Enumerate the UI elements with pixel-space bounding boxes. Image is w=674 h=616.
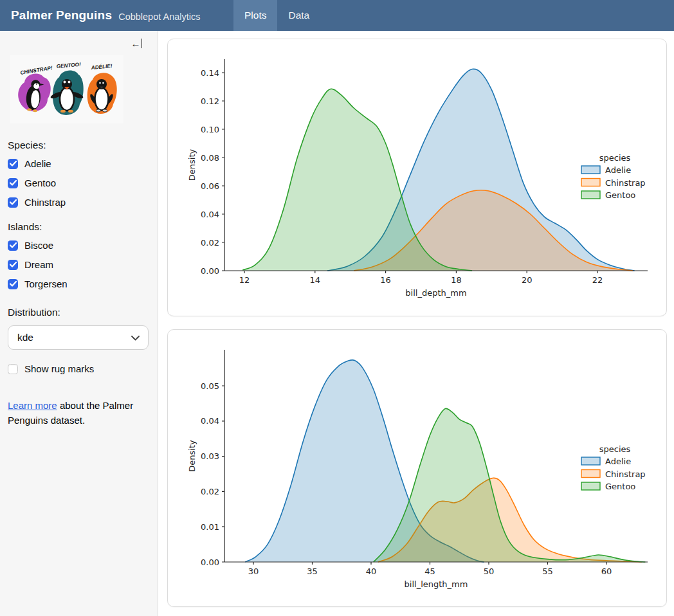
svg-text:0.08: 0.08 [201,153,219,163]
checkbox-checked-icon [8,260,18,270]
density-plot-bill-depth-mm: 1214161820220.000.020.040.060.080.100.12… [168,39,666,316]
svg-text:0.00: 0.00 [201,266,219,276]
y-axis-label: Density [187,440,197,472]
checkbox-torgersen[interactable]: Torgersen [8,278,149,289]
svg-text:14: 14 [310,275,321,285]
app-brand: Palmer Penguins Cobblepot Analytics [0,0,233,31]
distribution-selected-value: kde [17,332,33,343]
legend-title: species [599,153,631,163]
svg-text:0.02: 0.02 [201,487,219,496]
x-axis-label: bill_depth_mm [405,288,466,298]
checkbox-checked-icon [8,240,18,251]
legend-title: species [599,444,631,454]
svg-text:18: 18 [451,275,462,285]
svg-text:20: 20 [522,275,533,285]
svg-text:50: 50 [484,566,495,576]
learn-more-link[interactable]: Learn more [8,400,57,411]
checkbox-dream[interactable]: Dream [8,259,149,270]
species-section-label: Species: [8,140,149,151]
legend-entry: Adelie [605,457,631,466]
app-title: Palmer Penguins [11,8,112,23]
distribution-select[interactable]: kde [8,325,149,350]
svg-text:45: 45 [424,566,435,576]
svg-text:0.03: 0.03 [201,451,219,461]
svg-text:40: 40 [366,566,377,576]
svg-text:0.06: 0.06 [201,181,219,191]
svg-text:0.10: 0.10 [201,125,219,134]
svg-text:0.04: 0.04 [201,210,219,219]
svg-text:16: 16 [380,275,391,285]
dataset-note: Learn more about the Palmer Penguins dat… [8,398,134,428]
sidebar: ← [0,31,158,616]
legend-entry: Adelie [605,165,631,175]
chevron-down-icon [131,332,140,343]
svg-text:22: 22 [592,275,603,285]
svg-text:0.12: 0.12 [201,96,219,106]
penguin-artwork-image: CHINSTRAP! GENTOO! ADÉLIE! [10,55,149,126]
tab-plots[interactable]: Plots [233,0,277,31]
legend-entry: Gentoo [605,190,635,200]
checkbox-adelie[interactable]: Adelie [8,158,149,169]
svg-text:0.05: 0.05 [201,381,219,391]
density-plot-bill-length-mm: 303540455055600.000.010.020.030.040.05bi… [168,330,666,606]
checkbox-gentoo[interactable]: Gentoo [8,177,149,188]
main-content: 1214161820220.000.020.040.060.080.100.12… [158,31,674,616]
sidebar-collapse-icon[interactable]: ← [131,39,143,48]
checkbox-checked-icon [8,178,18,188]
svg-text:0.02: 0.02 [201,238,219,248]
svg-text:0.04: 0.04 [201,416,219,426]
checkbox-checked-icon [8,197,18,208]
islands-section-label: Islands: [8,221,149,233]
y-axis-label: Density [187,149,197,181]
svg-text:30: 30 [248,566,259,576]
svg-text:12: 12 [239,275,250,285]
svg-text:35: 35 [307,566,318,576]
legend-entry: Chinstrap [605,178,646,188]
navbar: Palmer Penguins Cobblepot Analytics Plot… [0,0,674,31]
checkbox-show-rug-marks[interactable]: Show rug marks [8,363,149,374]
plot-card-bill-length: 303540455055600.000.010.020.030.040.05bi… [167,329,667,607]
app-subtitle: Cobblepot Analytics [118,10,200,22]
svg-text:0.14: 0.14 [201,68,219,78]
checkbox-chinstrap[interactable]: Chinstrap [8,197,149,208]
checkbox-biscoe[interactable]: Biscoe [8,240,149,251]
x-axis-label: bill_length_mm [405,579,468,589]
checkbox-unchecked-icon [8,364,18,374]
svg-text:0.00: 0.00 [201,557,219,567]
svg-text:60: 60 [601,566,612,576]
svg-text:55: 55 [542,566,553,576]
legend-entry: Gentoo [605,482,635,491]
svg-text:0.01: 0.01 [201,522,219,532]
checkbox-checked-icon [8,279,18,289]
checkbox-checked-icon [8,159,18,169]
tab-data[interactable]: Data [277,0,320,31]
distribution-label: Distribution: [8,307,149,318]
legend-entry: Chinstrap [605,469,646,479]
plot-card-bill-depth: 1214161820220.000.020.040.060.080.100.12… [167,39,667,316]
